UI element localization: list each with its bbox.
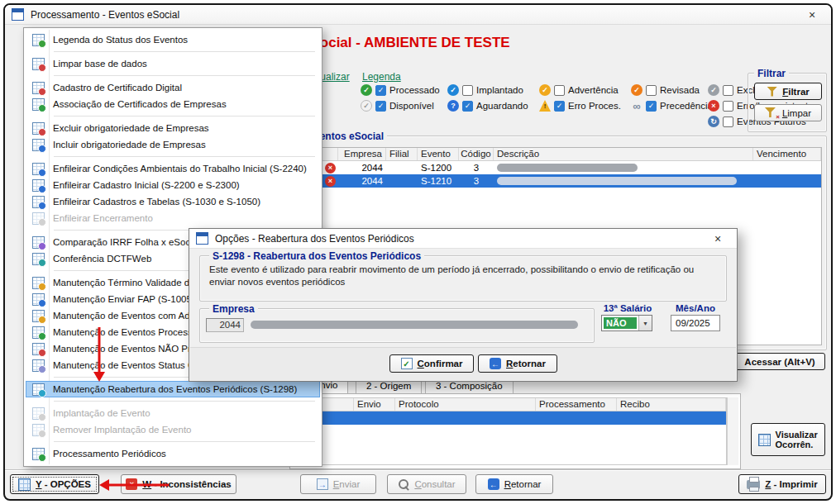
dialog-close-icon[interactable]: ×	[705, 229, 730, 248]
options-grid-icon	[18, 478, 31, 491]
inconsistencies-label: W - Inconsistências	[142, 479, 231, 489]
inconsistencies-button[interactable]: × W - Inconsistências	[121, 474, 236, 494]
certificate-company-icon	[32, 98, 45, 111]
menu-item-label: Enfileirar Encerramento	[53, 213, 153, 223]
menu-item-remover-implantacao[interactable]: Remover Implantação de Evento	[26, 421, 320, 438]
link-legenda[interactable]: Legenda	[362, 71, 401, 83]
consult-button[interactable]: Consultar	[387, 474, 466, 494]
menu-item-label: Enfileirar Condições Ambientais do Traba…	[53, 164, 307, 174]
vertical-scrollbar[interactable]	[727, 397, 738, 465]
table-row[interactable]: × 2044 S-1200 3	[295, 161, 821, 174]
advertencia-checkbox[interactable]	[554, 85, 565, 96]
queue-icon	[32, 179, 45, 192]
legend-label: Advertência	[568, 85, 619, 95]
empresa-code-field[interactable]: 2044	[206, 318, 244, 332]
dialog-title: Opções - Reabertura dos Eventos Periódic…	[215, 233, 414, 245]
maintenance-icon	[32, 326, 45, 339]
send-table-row[interactable]	[293, 411, 726, 425]
close-icon[interactable]: ×	[800, 5, 824, 24]
error-status-icon: ×	[325, 176, 336, 187]
erro-inconsistente-checkbox[interactable]	[723, 101, 733, 112]
col-protocolo: Protocolo	[395, 398, 536, 411]
clear-button-label: Limpar	[782, 108, 811, 118]
excluido-checkbox[interactable]	[723, 85, 733, 96]
menu-item-incluir-obrigatoriedade[interactable]: Incluir obrigatoriedade de Empresas	[26, 136, 320, 153]
legend-item: ✓ Disponível	[361, 100, 434, 112]
confirm-check-icon: ✓	[401, 358, 413, 369]
options-button[interactable]: Y - OPÇÕES	[10, 474, 99, 494]
legend-icon	[32, 34, 45, 46]
cell-descricao	[494, 177, 753, 185]
redacted-text-bar	[497, 164, 638, 172]
send-button[interactable]: → Enviar	[300, 474, 376, 494]
cell-evento: S-1210	[418, 175, 459, 188]
menu-item-label: Manutenção de Eventos Processa	[53, 327, 198, 337]
menu-item-label: Manutenção Enviar FAP (S-1005)	[53, 294, 195, 304]
legend-item: ! Erro Proces.	[539, 100, 621, 112]
menu-item-legenda-status[interactable]: Legenda do Status dos Eventos	[26, 31, 320, 48]
occurrences-grid-icon	[758, 434, 771, 446]
menu-item-associacao-certificados[interactable]: Associação de Certificados de Empresas	[26, 96, 320, 112]
dialog-return-button[interactable]: ← Retornar	[478, 354, 557, 373]
exclude-obligation-icon	[32, 122, 45, 135]
environment-banner: eSocial - AMBIENTE DE TESTE	[303, 35, 510, 51]
view-occurrences-button[interactable]: Visualizar Ocorrên.	[751, 423, 825, 456]
tab-label: 3 - Composição	[436, 381, 503, 391]
legend-label: Erro Proces.	[568, 101, 621, 111]
processado-status-icon: ✓	[361, 84, 372, 96]
aguardando-checkbox[interactable]	[462, 101, 473, 112]
confirm-button[interactable]: ✓ Confirmar	[389, 354, 474, 373]
cell-descricao	[494, 164, 753, 172]
consult-button-label: Consultar	[414, 479, 455, 489]
menu-item-label: Processamento Periódicos	[53, 449, 166, 459]
menu-item-limpar-base[interactable]: Limpar base de dados	[26, 55, 320, 72]
mes-ano-label: Mês/Ano	[671, 303, 720, 313]
implantado-checkbox[interactable]	[462, 85, 473, 96]
menu-item-label: Limpar base de dados	[53, 59, 147, 69]
processado-checkbox[interactable]	[375, 85, 386, 96]
confirm-button-label: Confirmar	[418, 359, 463, 368]
filter-group	[748, 73, 827, 132]
maintenance-icon	[32, 359, 45, 372]
print-button[interactable]: Z - Imprimir	[738, 474, 826, 494]
menu-item-excluir-obrigatoriedade[interactable]: Excluir obrigatoriedade de Empresas	[26, 120, 320, 136]
chevron-down-icon[interactable]: ▼	[638, 316, 652, 330]
disponivel-checkbox[interactable]	[375, 101, 386, 112]
menu-item-implantacao-evento[interactable]: Implantação de Evento	[26, 405, 320, 421]
return-button-label: Retornar	[504, 479, 542, 489]
menu-item-enfileirar-encerramento[interactable]: Enfileirar Encerramento	[26, 210, 320, 226]
menu-separator	[54, 116, 315, 116]
menu-item-enfileirar-tabelas[interactable]: Enfileirar Cadastros e Tabelas (S-1030 e…	[26, 193, 320, 210]
salario13-dropdown[interactable]: NÃO ▼	[601, 315, 652, 331]
reopen-periodic-events-dialog: Opções - Reabertura dos Eventos Periódic…	[189, 228, 738, 382]
filter-button[interactable]: Filtrar	[754, 83, 822, 100]
check-report-icon	[32, 253, 45, 265]
legend-label: Implantado	[476, 85, 523, 95]
eventos-futuros-checkbox[interactable]	[723, 116, 733, 127]
menu-item-cadastro-certificado[interactable]: Cadastro de Certificado Digital	[26, 79, 320, 96]
menu-item-enfileirar-s2240[interactable]: Enfileirar Condições Ambientais do Traba…	[26, 160, 320, 177]
app-window: Processamento - Eventos eSocial × eSocia…	[3, 3, 833, 501]
menu-item-label: Implantação de Evento	[53, 408, 150, 418]
maintenance-icon	[32, 277, 45, 289]
menu-item-manutencao-reabertura-s1298[interactable]: Manutenção Reabertura dos Eventos Periód…	[26, 381, 320, 397]
eventos-futuros-status-icon: ↻	[708, 116, 719, 127]
maintenance-icon	[32, 343, 45, 355]
red-arrow-left	[99, 479, 109, 491]
clear-filter-button[interactable]: × Limpar	[754, 104, 822, 121]
cell-codigo: 3	[459, 175, 494, 188]
dialog-icon	[196, 232, 208, 245]
menu-item-processamento-periodicos[interactable]: Processamento Periódicos	[26, 445, 320, 462]
deploy-remove-icon	[32, 424, 45, 436]
legend-item: ∞ Precedência	[631, 100, 713, 112]
return-button[interactable]: ← Retornar	[475, 474, 553, 494]
table-row[interactable]: × 2044 S-1210 3	[295, 174, 821, 188]
legend-label: Revisada	[660, 85, 700, 95]
precedencia-checkbox[interactable]	[646, 101, 657, 112]
envio-tab-panel: Envio Protocolo Processamento Recibo	[289, 393, 741, 469]
revisada-checkbox[interactable]	[646, 85, 657, 96]
menu-item-enfileirar-cadastro-inicial[interactable]: Enfileirar Cadastro Inicial (S-2200 e S-…	[26, 177, 320, 193]
mes-ano-field[interactable]: 09/2025	[671, 315, 720, 331]
access-button[interactable]: Acessar (Alt+V)	[734, 353, 825, 370]
erro-proces-checkbox[interactable]	[554, 101, 565, 112]
